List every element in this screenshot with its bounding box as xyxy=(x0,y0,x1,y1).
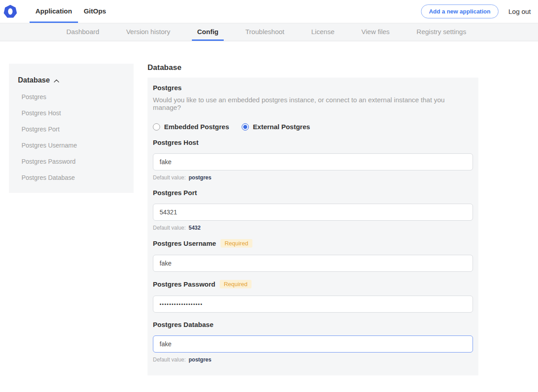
subnav-item-license[interactable]: License xyxy=(311,23,334,41)
tab-gitops[interactable]: GitOps xyxy=(78,0,112,23)
default-value-helper: Default value: postgres xyxy=(153,174,473,181)
field-postgres-database: Postgres Database Default value: postgre… xyxy=(153,321,473,363)
logout-link[interactable]: Log out xyxy=(508,8,531,15)
default-value: 5432 xyxy=(189,225,201,231)
app-sub-nav: Dashboard Version history Config Trouble… xyxy=(0,23,538,41)
sidebar-item-postgres-host[interactable]: Postgres Host xyxy=(18,109,125,117)
subnav-item-dashboard[interactable]: Dashboard xyxy=(66,23,99,41)
group-help-text: Would you like to use an embedded postgr… xyxy=(153,96,473,111)
topnav-right: Add a new application Log out xyxy=(421,0,538,23)
default-value-label: Default value: xyxy=(153,357,186,363)
default-value-label: Default value: xyxy=(153,174,186,181)
sidebar-item-postgres-username[interactable]: Postgres Username xyxy=(18,142,125,149)
default-value: postgres xyxy=(189,357,212,363)
app-logo-icon xyxy=(4,5,17,18)
chevron-up-icon xyxy=(54,76,59,84)
subnav-item-view-files[interactable]: View files xyxy=(361,23,390,41)
group-title: Postgres xyxy=(153,84,473,91)
field-label: Postgres Database xyxy=(153,321,213,328)
tab-application[interactable]: Application xyxy=(30,0,78,23)
config-sidebar: Database Postgres Postgres Host Postgres… xyxy=(9,64,134,193)
postgres-type-radio-group: Embedded Postgres External Postgres xyxy=(153,123,473,131)
radio-label: Embedded Postgres xyxy=(164,123,229,131)
sidebar-items: Postgres Postgres Host Postgres Port Pos… xyxy=(18,93,125,181)
radio-embedded-postgres[interactable]: Embedded Postgres xyxy=(153,123,229,131)
radio-unchecked-icon[interactable] xyxy=(153,123,160,131)
field-label: Postgres Host xyxy=(153,139,199,146)
radio-external-postgres[interactable]: External Postgres xyxy=(242,123,310,131)
default-value-helper: Default value: 5432 xyxy=(153,225,473,231)
postgres-port-input[interactable] xyxy=(153,204,473,221)
subnav-item-version-history[interactable]: Version history xyxy=(126,23,170,41)
field-label: Postgres Username xyxy=(153,240,216,247)
required-badge: Required xyxy=(220,280,252,288)
field-label: Postgres Port xyxy=(153,189,197,196)
postgres-password-input[interactable] xyxy=(153,296,473,313)
add-application-button[interactable]: Add a new application xyxy=(421,4,499,18)
field-postgres-username: Postgres Username Required xyxy=(153,239,473,272)
field-postgres-password: Postgres Password Required xyxy=(153,280,473,313)
sidebar-group-database[interactable]: Database xyxy=(18,76,125,84)
config-main: Database Postgres Would you like to use … xyxy=(148,64,478,392)
subnav-item-troubleshoot[interactable]: Troubleshoot xyxy=(245,23,284,41)
config-group-panel: Postgres Would you like to use an embedd… xyxy=(148,78,478,375)
field-label: Postgres Password xyxy=(153,280,215,288)
postgres-database-input[interactable] xyxy=(153,335,473,353)
default-value-label: Default value: xyxy=(153,225,186,231)
sidebar-item-postgres-database[interactable]: Postgres Database xyxy=(18,174,125,181)
content-area: Database Postgres Postgres Host Postgres… xyxy=(0,64,538,392)
postgres-username-input[interactable] xyxy=(153,255,473,272)
radio-checked-icon[interactable] xyxy=(242,123,249,131)
sidebar-item-postgres[interactable]: Postgres xyxy=(18,93,125,100)
subnav-item-registry-settings[interactable]: Registry settings xyxy=(417,23,466,41)
field-postgres-host: Postgres Host Default value: postgres xyxy=(153,139,473,181)
postgres-host-input[interactable] xyxy=(153,153,473,170)
page-title: Database xyxy=(148,64,478,71)
field-postgres-port: Postgres Port Default value: 5432 xyxy=(153,189,473,231)
top-nav: Application GitOps Add a new application… xyxy=(0,0,538,23)
default-value: postgres xyxy=(189,174,212,181)
default-value-helper: Default value: postgres xyxy=(153,357,473,363)
sidebar-group-label: Database xyxy=(18,76,50,84)
required-badge: Required xyxy=(221,239,252,248)
sidebar-item-postgres-port[interactable]: Postgres Port xyxy=(18,126,125,133)
subnav-item-config[interactable]: Config xyxy=(192,23,224,41)
radio-label: External Postgres xyxy=(253,123,310,131)
top-tabs: Application GitOps xyxy=(30,0,112,23)
sidebar-item-postgres-password[interactable]: Postgres Password xyxy=(18,158,125,165)
